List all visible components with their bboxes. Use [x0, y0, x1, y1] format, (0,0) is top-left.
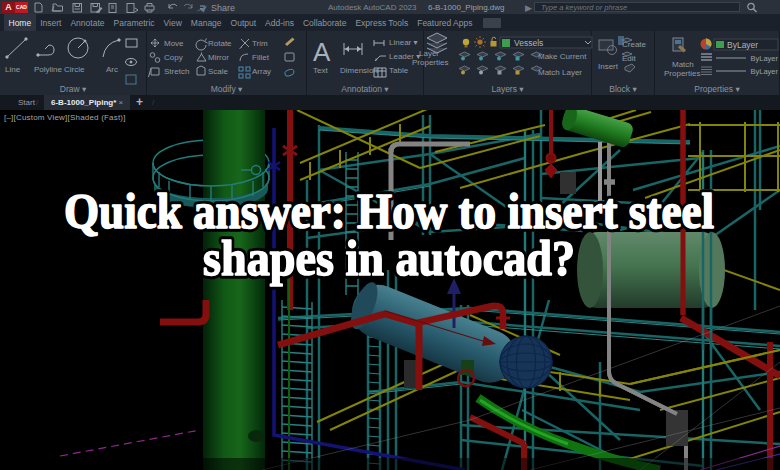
svg-text:ByLayer: ByLayer: [750, 54, 778, 63]
svg-text:ByLayer: ByLayer: [750, 67, 778, 76]
svg-text:Vessels: Vessels: [514, 38, 543, 48]
svg-text:A: A: [313, 37, 331, 67]
svg-text:ByLayer: ByLayer: [727, 40, 758, 50]
svg-text:shapes in autocad?: shapes in autocad?: [203, 230, 575, 286]
